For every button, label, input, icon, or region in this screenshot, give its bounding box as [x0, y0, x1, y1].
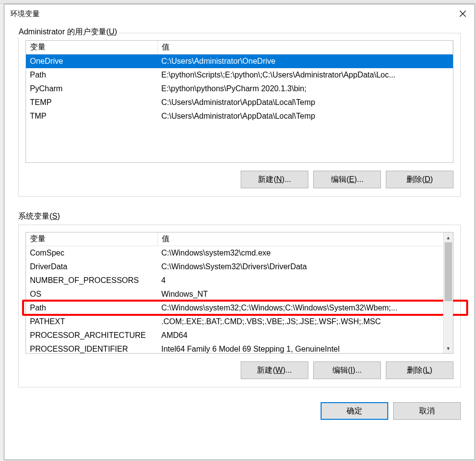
table-row[interactable]: PROCESSOR_ARCHITECTURE AMD64 [26, 329, 453, 342]
cell-var: DriverData [26, 260, 157, 274]
user-new-button[interactable]: 新建(N)... [241, 171, 308, 188]
system-variables-group: 变量 值 ComSpec C:\Windows\system32\cmd.exe… [18, 225, 461, 387]
title-bar: 环境变量 [4, 4, 475, 23]
user-col-header-var[interactable]: 变量 [26, 41, 157, 54]
cell-val: C:\Users\Administrator\AppData\Local\Tem… [157, 96, 453, 109]
user-variables-table-container: 变量 值 OneDrive C:\Users\Administrator\One… [25, 40, 453, 163]
table-row[interactable]: Path C:\Windows\system32;C:\Windows;C:\W… [26, 301, 453, 315]
table-row[interactable]: NUMBER_OF_PROCESSORS 4 [26, 274, 453, 287]
cell-val: .COM;.EXE;.BAT;.CMD;.VBS;.VBE;.JS;.JSE;.… [157, 315, 453, 329]
table-row[interactable]: ComSpec C:\Windows\system32\cmd.exe [26, 246, 453, 260]
system-variables-label: 系统变量(S) [18, 211, 461, 222]
cell-val: 4 [157, 274, 453, 287]
table-row[interactable]: PROCESSOR_IDENTIFIER Intel64 Family 6 Mo… [26, 342, 453, 356]
scroll-down-icon[interactable]: ▼ [444, 343, 453, 353]
cell-var: PROCESSOR_IDENTIFIER [26, 342, 157, 356]
cell-var: TEMP [26, 96, 157, 109]
sys-col-header-var[interactable]: 变量 [26, 232, 157, 246]
cell-var: PATHEXT [26, 315, 157, 329]
cancel-button[interactable]: 取消 [393, 402, 461, 420]
cell-var: TMP [26, 109, 157, 123]
user-edit-button[interactable]: 编辑(E)... [313, 171, 381, 188]
cell-val: C:\Windows\System32\Drivers\DriverData [157, 260, 453, 274]
env-variables-dialog: 环境变量 Administrator 的用户变量(U) 变量 值 [4, 4, 475, 460]
table-row[interactable]: OS Windows_NT [26, 287, 453, 301]
system-edit-button[interactable]: 编辑(I)... [313, 361, 381, 379]
cell-val: C:\Windows\system32;C:\Windows;C:\Window… [157, 301, 453, 315]
table-row[interactable]: TEMP C:\Users\Administrator\AppData\Loca… [26, 96, 453, 109]
cell-var: ComSpec [26, 246, 157, 260]
window-title: 环境变量 [10, 9, 40, 19]
cell-val: E:\python\pythons\PyCharm 2020.1.3\bin; [157, 82, 453, 96]
cell-val: C:\Users\Administrator\OneDrive [157, 54, 453, 69]
system-variables-table[interactable]: 变量 值 ComSpec C:\Windows\system32\cmd.exe… [26, 232, 453, 356]
cell-var: Path [26, 301, 157, 315]
cell-var: PyCharm [26, 82, 157, 96]
user-variables-table[interactable]: 变量 值 OneDrive C:\Users\Administrator\One… [26, 41, 453, 123]
cell-val: Windows_NT [157, 287, 453, 301]
close-icon [459, 10, 466, 17]
sys-col-header-val[interactable]: 值 [157, 232, 453, 246]
cell-var: Path [26, 68, 157, 82]
cell-val: C:\Users\Administrator\AppData\Local\Tem… [157, 109, 453, 123]
table-row[interactable]: PATHEXT .COM;.EXE;.BAT;.CMD;.VBS;.VBE;.J… [26, 315, 453, 329]
ok-button[interactable]: 确定 [321, 402, 388, 420]
user-delete-button[interactable]: 删除(D) [386, 171, 453, 188]
scroll-up-icon[interactable]: ▲ [444, 232, 453, 242]
table-row[interactable]: TMP C:\Users\Administrator\AppData\Local… [26, 109, 453, 123]
user-variables-legend: Administrator 的用户变量(U) [18, 27, 119, 37]
user-variables-group: Administrator 的用户变量(U) 变量 值 OneDrive [18, 33, 461, 197]
user-col-header-val[interactable]: 值 [157, 41, 453, 54]
cell-var: OneDrive [26, 54, 157, 69]
system-table-scrollbar[interactable]: ▲ ▼ [443, 232, 453, 353]
table-row[interactable]: OneDrive C:\Users\Administrator\OneDrive [26, 54, 453, 69]
table-row[interactable]: Path E:\python\Scripts\;E:\python\;C:\Us… [26, 68, 453, 82]
close-button[interactable] [451, 4, 475, 23]
table-row[interactable]: PyCharm E:\python\pythons\PyCharm 2020.1… [26, 82, 453, 96]
table-row[interactable]: DriverData C:\Windows\System32\Drivers\D… [26, 260, 453, 274]
cell-val: Intel64 Family 6 Model 69 Stepping 1, Ge… [157, 342, 453, 356]
cell-var: PROCESSOR_ARCHITECTURE [26, 329, 157, 342]
cell-val: E:\python\Scripts\;E:\python\;C:\Users\A… [157, 68, 453, 82]
system-new-button[interactable]: 新建(W)... [241, 361, 308, 379]
cell-var: NUMBER_OF_PROCESSORS [26, 274, 157, 287]
system-variables-table-container: 变量 值 ComSpec C:\Windows\system32\cmd.exe… [25, 232, 453, 354]
cell-var: OS [26, 287, 157, 301]
cell-val: C:\Windows\system32\cmd.exe [157, 246, 453, 260]
system-variables-section: 系统变量(S) 变量 值 ComSpec [18, 211, 461, 387]
system-delete-button[interactable]: 删除(L) [386, 361, 453, 379]
cell-val: AMD64 [157, 329, 453, 342]
scrollbar-thumb[interactable] [445, 242, 452, 301]
